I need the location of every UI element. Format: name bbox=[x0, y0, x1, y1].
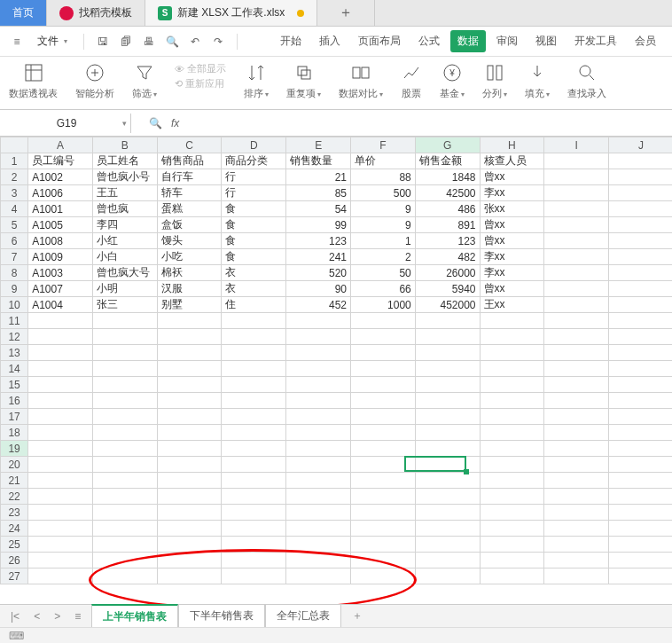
cell[interactable] bbox=[222, 553, 286, 569]
cell[interactable] bbox=[351, 489, 416, 505]
ribbon-tab-0[interactable]: 开始 bbox=[273, 30, 309, 52]
cell[interactable] bbox=[222, 457, 286, 473]
cell[interactable]: 食 bbox=[222, 233, 286, 249]
row-header[interactable]: 16 bbox=[1, 393, 28, 409]
cell[interactable]: 85 bbox=[286, 185, 351, 201]
cell[interactable] bbox=[351, 569, 416, 584]
tool-compare[interactable]: 数据对比 bbox=[339, 62, 383, 100]
cell[interactable]: 452 bbox=[286, 297, 351, 313]
cell[interactable]: 54 bbox=[286, 201, 351, 217]
cell[interactable] bbox=[480, 393, 544, 409]
sheet-nav-prev[interactable]: < bbox=[30, 610, 43, 623]
cell[interactable] bbox=[609, 169, 672, 185]
cell[interactable] bbox=[28, 489, 93, 505]
cell[interactable] bbox=[415, 329, 480, 345]
cell[interactable]: A1003 bbox=[28, 265, 93, 281]
row-header[interactable]: 27 bbox=[1, 569, 28, 584]
cell[interactable] bbox=[415, 441, 480, 457]
cell[interactable] bbox=[28, 313, 93, 329]
save-as-icon[interactable]: 🗐 bbox=[118, 34, 134, 50]
cell[interactable] bbox=[415, 553, 480, 569]
cell[interactable]: 别墅 bbox=[157, 297, 222, 313]
cell[interactable] bbox=[92, 521, 157, 537]
cell[interactable] bbox=[544, 281, 609, 297]
row-header[interactable]: 11 bbox=[1, 313, 28, 329]
ribbon-tab-2[interactable]: 页面布局 bbox=[351, 30, 408, 52]
cell[interactable] bbox=[28, 505, 93, 521]
cell[interactable] bbox=[609, 425, 672, 441]
cell[interactable] bbox=[544, 185, 609, 201]
cell[interactable] bbox=[222, 505, 286, 521]
cell[interactable]: 自行车 bbox=[157, 169, 222, 185]
cell[interactable] bbox=[286, 521, 351, 537]
cell[interactable]: 曾也疯 bbox=[92, 201, 157, 217]
tool-smart[interactable]: 智能分析 bbox=[75, 62, 114, 100]
cell[interactable]: 李xx bbox=[480, 185, 544, 201]
cell[interactable] bbox=[157, 409, 222, 425]
cell[interactable] bbox=[286, 457, 351, 473]
tab-document[interactable]: S新建 XLSX 工作表.xlsx bbox=[145, 0, 317, 26]
cell[interactable]: 食 bbox=[222, 249, 286, 265]
cell[interactable] bbox=[222, 409, 286, 425]
cell[interactable] bbox=[222, 313, 286, 329]
ribbon-tab-8[interactable]: 会员 bbox=[628, 30, 663, 52]
cell[interactable] bbox=[157, 345, 222, 361]
cell[interactable] bbox=[92, 409, 157, 425]
sheet-tab[interactable]: 下半年销售表 bbox=[178, 604, 265, 628]
cell[interactable]: A1002 bbox=[28, 169, 93, 185]
tool-fund[interactable]: ¥ 基金 bbox=[440, 62, 465, 100]
cell[interactable] bbox=[480, 361, 544, 377]
cell[interactable] bbox=[609, 473, 672, 489]
cell[interactable] bbox=[92, 377, 157, 393]
row-header[interactable]: 13 bbox=[1, 345, 28, 361]
cell[interactable]: 123 bbox=[286, 233, 351, 249]
column-header[interactable]: C bbox=[157, 137, 222, 153]
cell[interactable] bbox=[609, 265, 672, 281]
cell[interactable] bbox=[157, 393, 222, 409]
cell[interactable] bbox=[222, 521, 286, 537]
cell[interactable] bbox=[286, 313, 351, 329]
cell[interactable]: 小吃 bbox=[157, 249, 222, 265]
cell[interactable] bbox=[157, 473, 222, 489]
column-header[interactable]: D bbox=[222, 137, 286, 153]
cell[interactable] bbox=[157, 425, 222, 441]
column-header[interactable]: I bbox=[544, 137, 609, 153]
row-header[interactable]: 18 bbox=[1, 425, 28, 441]
cell[interactable] bbox=[92, 505, 157, 521]
cell[interactable] bbox=[415, 537, 480, 553]
cell[interactable] bbox=[157, 537, 222, 553]
fill-handle[interactable] bbox=[464, 469, 469, 474]
cell[interactable] bbox=[609, 153, 672, 169]
cell[interactable] bbox=[351, 393, 416, 409]
cell[interactable]: A1005 bbox=[28, 217, 93, 233]
cell[interactable]: 衣 bbox=[222, 265, 286, 281]
tab-template[interactable]: 找稻壳模板 bbox=[47, 0, 145, 26]
cell[interactable]: 482 bbox=[415, 249, 480, 265]
cell[interactable]: A1008 bbox=[28, 233, 93, 249]
cell[interactable] bbox=[544, 201, 609, 217]
tab-add[interactable]: ＋ bbox=[317, 0, 375, 26]
cell[interactable]: 曾也疯小号 bbox=[92, 169, 157, 185]
cell[interactable] bbox=[544, 457, 609, 473]
cell[interactable] bbox=[415, 393, 480, 409]
cell[interactable] bbox=[222, 361, 286, 377]
cell[interactable] bbox=[544, 169, 609, 185]
cell[interactable] bbox=[92, 425, 157, 441]
column-header[interactable]: B bbox=[92, 137, 157, 153]
cell[interactable] bbox=[480, 329, 544, 345]
cell[interactable] bbox=[92, 537, 157, 553]
cell[interactable]: 520 bbox=[286, 265, 351, 281]
cell[interactable]: 50 bbox=[351, 265, 416, 281]
cell[interactable] bbox=[609, 345, 672, 361]
row-header[interactable]: 24 bbox=[1, 521, 28, 537]
row-header[interactable]: 19 bbox=[1, 441, 28, 457]
sheet-nav-next[interactable]: > bbox=[51, 610, 64, 623]
cell[interactable] bbox=[351, 377, 416, 393]
cell[interactable] bbox=[286, 393, 351, 409]
cell[interactable] bbox=[544, 425, 609, 441]
cell[interactable] bbox=[544, 361, 609, 377]
cell[interactable] bbox=[222, 569, 286, 584]
cell[interactable]: 1848 bbox=[415, 169, 480, 185]
cell[interactable] bbox=[351, 329, 416, 345]
cell[interactable]: 馒头 bbox=[157, 233, 222, 249]
